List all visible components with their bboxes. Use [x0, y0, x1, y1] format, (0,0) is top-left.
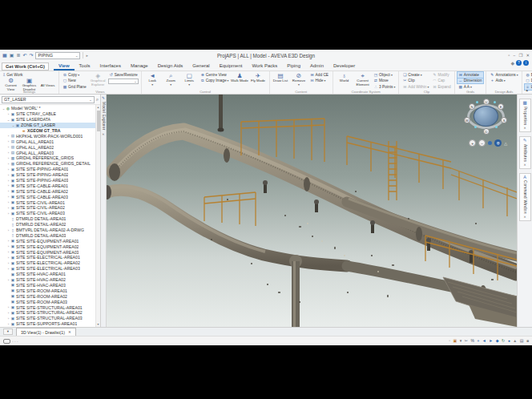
compass-dot[interactable] — [495, 126, 498, 128]
ribbon-small-button[interactable]: ⊞ Annotate — [457, 72, 484, 78]
ribbon-big-button[interactable]: ♁ World — [335, 72, 353, 87]
save-restore-combo[interactable]: ⌄ — [108, 79, 139, 84]
search-icon[interactable]: ⌕ — [96, 97, 99, 102]
quick-access-icon[interactable]: ↶ — [22, 53, 26, 58]
status-icon[interactable]: ▫ — [449, 339, 450, 343]
tree-item[interactable]: › ▦ GRIDHL REFERENCE_GRIDS_DETAIL — [0, 161, 95, 167]
status-icon[interactable]: % — [471, 339, 474, 343]
tree-item[interactable]: ▣ SITE SITE-ROOM-AREA03 — [0, 299, 95, 304]
tree-item[interactable]: ▣ SITE SITE-ROOM-AREA01 — [0, 288, 95, 293]
tree-item[interactable]: › ▣ SITE SITE-ELECTRICAL-AREA03 — [0, 266, 95, 272]
tree-item[interactable]: › ▣ SITE SITE-EQUIPMENT-AREA03 — [0, 249, 95, 255]
ribbon-small-button[interactable]: ▢ Display ▾ — [525, 79, 532, 84]
compass-direction-button[interactable]: W — [464, 117, 470, 123]
ribbon-big-button[interactable]: ◄ Look ▾ — [143, 72, 162, 87]
tree-item[interactable]: › ▣ SITE SITE-STRUCTURAL-AREA02 — [0, 310, 95, 316]
viewport-control-button[interactable]: △ — [504, 141, 507, 146]
close-icon[interactable]: ✕ — [523, 163, 526, 167]
window-control-button[interactable]: ▫ — [508, 53, 510, 58]
tree-item[interactable]: › ▣ SITE SITE-CABLE-AREA01 — [0, 183, 95, 188]
ribbon-tab[interactable]: Manage — [126, 62, 153, 71]
viewport-control-button[interactable]: + — [469, 139, 476, 147]
tree-item[interactable]: ▣ SITE SITE-HVAC-AREA01 — [0, 272, 95, 277]
info-button[interactable]: i — [523, 60, 529, 66]
tree-item[interactable]: › ▣ SITE SITE-CIVIL-AREA03 — [0, 211, 95, 216]
navigation-compass[interactable]: UNEWSD — [462, 99, 510, 135]
ribbon-tab[interactable]: View — [54, 62, 75, 71]
tree-item[interactable]: › ▣ SITE SITE-PIPING-AREA03 — [0, 178, 95, 183]
ribbon-small-button[interactable]: ⊞ Add Within ▾ — [401, 84, 429, 90]
status-icon[interactable]: ⌖ — [477, 339, 479, 343]
compass-dot[interactable] — [494, 101, 496, 103]
scroll-down-icon[interactable]: ▼ — [97, 323, 99, 326]
window-control-button[interactable]: − — [513, 53, 515, 58]
tree-item[interactable]: ▣ SITE SITE-HVAC-AREA03 — [0, 283, 95, 288]
window-control-button[interactable]: ✕ — [526, 53, 530, 58]
tree-item[interactable]: ▯ DTMRLD DETAIL-AREA02 — [0, 222, 95, 228]
settings-diamond-icon[interactable]: ◆ — [510, 60, 514, 66]
quick-access-icon[interactable]: ▣ — [10, 53, 14, 58]
close-icon[interactable]: ✕ — [68, 330, 71, 334]
ribbon-small-button[interactable]: + Aids ▾ — [489, 79, 518, 84]
search-input[interactable]: GT_LASER ⌄ — [2, 96, 95, 103]
ribbon-small-button[interactable]: ✎ Annotations ▾ — [489, 72, 518, 78]
tree-item[interactable]: ⌄ ▣ SITE LASERDATA — [0, 117, 95, 123]
ribbon-tab[interactable]: Work Packs — [247, 62, 282, 71]
tree-item[interactable]: › ▦ GRIDHL REFERENCE_GRIDS — [0, 155, 95, 161]
tree-item[interactable]: › ▣ SITE SITE-STRUCTURAL-AREA01 — [0, 304, 95, 310]
tree-item[interactable]: › ▣ SITE SITE-CABLE-AREA03 — [0, 194, 95, 200]
scroll-up-icon[interactable]: ▲ — [97, 106, 99, 109]
status-icon[interactable]: ✂ — [465, 339, 468, 343]
compass-direction-button[interactable]: N — [469, 103, 475, 110]
graphical-explorer-button[interactable]: ◈ Graphical Explorer — [89, 72, 107, 87]
tree-item[interactable]: › ▣ SITE CTRAY_CABLE — [0, 111, 95, 117]
compass-direction-button[interactable]: U — [483, 99, 490, 105]
tree-item[interactable]: › ▣ SITE SITE-HVAC-AREA02 — [0, 277, 95, 283]
scrollbar-thumb[interactable] — [97, 111, 100, 131]
tree-item[interactable]: › ▣ SITE SITE-CIVIL-AREA02 — [0, 205, 95, 211]
tree-item[interactable]: › ▤ GPHL ALL_AREA01 — [0, 139, 95, 144]
ribbon-big-button[interactable]: ♟ Walk Mode — [231, 72, 249, 83]
ribbon-small-button[interactable]: ▦ Grid Plane — [62, 84, 88, 90]
ribbon-tab[interactable]: Interfaces — [95, 62, 126, 71]
compass-dot[interactable] — [474, 126, 477, 128]
dock-tool-icon[interactable]: ✎ — [102, 96, 105, 100]
compass-direction-button[interactable]: S — [501, 117, 507, 123]
compass-direction-button[interactable]: D — [483, 128, 490, 135]
ribbon-tab[interactable]: General — [187, 62, 214, 71]
status-icon[interactable]: ► — [489, 339, 493, 343]
status-icon[interactable]: ▣ — [453, 339, 457, 343]
tree-item[interactable]: › ▤ HKPKHL WORK-PACK-WORLD001 — [0, 133, 95, 139]
ribbon-small-button[interactable]: ⊠ Expand — [431, 84, 451, 90]
quick-access-icon[interactable]: ▦ — [2, 53, 7, 58]
status-icon[interactable]: ● — [508, 339, 510, 343]
tree-item[interactable]: › ▣ SITE SITE-CABLE-AREA02 — [0, 188, 95, 194]
tree-item[interactable]: ≣ XGEOM GT_TRA — [0, 128, 95, 134]
ribbon-small-button[interactable]: ◠ Cap — [431, 79, 451, 84]
ribbon-small-button[interactable]: ∴ 3 Points ▾ — [373, 84, 396, 90]
ribbon-small-button[interactable]: ⊞ Add CE — [309, 72, 331, 78]
compass-dot[interactable] — [476, 101, 478, 103]
status-icon[interactable]: ■ — [526, 339, 529, 343]
view-tab-dropdown-button[interactable]: ▾ — [3, 328, 13, 335]
compass-direction-button[interactable]: E — [498, 103, 504, 110]
quick-access-more-button[interactable]: ▸ — [86, 53, 88, 58]
ribbon-tab[interactable]: Tools — [75, 62, 95, 71]
ribbon-collapse-button[interactable]: ▲ — [526, 88, 529, 92]
message-bubble-icon[interactable] — [3, 339, 10, 344]
ribbon-small-button[interactable]: ▦ A A ▾ — [457, 84, 484, 90]
close-icon[interactable]: ✕ — [102, 132, 104, 136]
ribbon-big-button[interactable]: ▤ Draw List — [272, 72, 290, 87]
ribbon-big-button[interactable]: ✈ Fly Mode — [249, 72, 268, 83]
tree-item[interactable]: › ▣ SITE SITE-CIVIL-AREA01 — [0, 200, 95, 205]
ribbon-small-button[interactable]: ⊕ Centre View — [200, 72, 230, 78]
ribbon-small-button[interactable]: ❏ Create ▾ — [401, 72, 429, 78]
help-button[interactable]: ? — [516, 60, 522, 66]
ribbon-small-button[interactable]: ◳ Object ▾ — [373, 72, 396, 78]
tree-scrollbar[interactable]: ▲ ▼ — [95, 105, 100, 327]
save-restore-button[interactable]: ↺ Save/Restore — [108, 72, 139, 78]
ribbon-tab[interactable]: Equipment — [215, 62, 248, 71]
tree-item[interactable]: › ▣ SITE SITE-STRUCTURAL-AREA03 — [0, 316, 95, 321]
ribbon-small-button[interactable]: ▢ New — [62, 79, 88, 84]
tree-item[interactable]: › ▤ GPHL ALL_AREA03 — [0, 150, 95, 155]
